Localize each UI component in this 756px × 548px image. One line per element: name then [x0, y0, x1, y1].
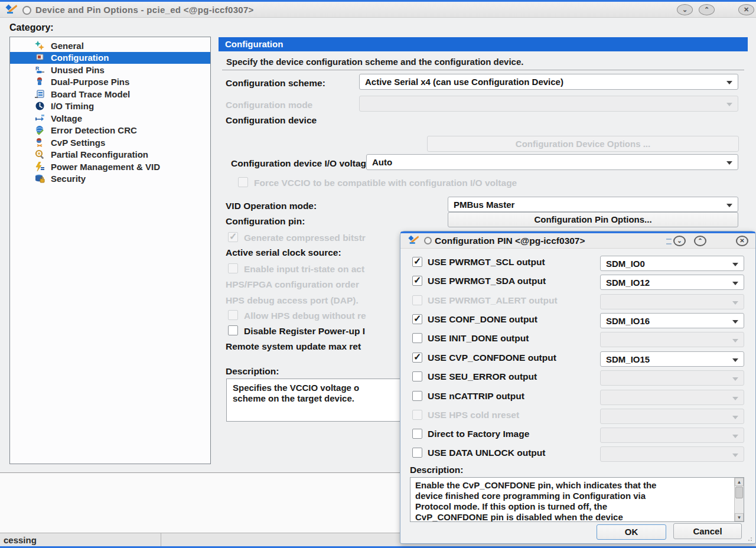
sidebar-item-dual-purpose-pins[interactable]: Dual-Purpose Pins	[10, 76, 210, 89]
chevron-down-icon	[732, 397, 738, 400]
shade-window-icon[interactable]: ⌄	[673, 236, 686, 246]
use-pwrmgt-sda-checkbox[interactable]: ✓	[412, 276, 422, 286]
dual-purpose-pins-icon	[35, 77, 45, 87]
use-init-done-checkbox[interactable]	[412, 333, 422, 343]
sidebar-item-cvp-settings[interactable]: CvP Settings	[10, 136, 210, 149]
use-conf-done-checkbox[interactable]: ✓	[412, 314, 422, 324]
voltage-icon	[35, 113, 45, 123]
description-scrollbar[interactable]: ▲ ▼	[734, 478, 744, 521]
chevron-down-icon	[732, 339, 738, 342]
conf-done-dropdown[interactable]: SDM_IO16	[600, 313, 744, 328]
scrollbar-thumb[interactable]	[735, 487, 743, 498]
cancel-button[interactable]: Cancel	[673, 523, 742, 539]
sidebar-item-label: Error Detection CRC	[51, 125, 137, 135]
sidebar-item-power-management-vid[interactable]: Power Management & VID	[10, 161, 210, 173]
close-window-icon[interactable]: ✕	[738, 4, 754, 15]
use-data-unlock-label: USE DATA UNLOCK output	[428, 448, 545, 458]
io-timing-icon	[35, 101, 45, 111]
unused-pins-icon: R	[35, 65, 45, 75]
configuration-icon	[35, 53, 45, 63]
sidebar-item-label: Voltage	[51, 113, 82, 123]
pin-description-label: Description:	[410, 465, 463, 475]
use-pwrmgt-sda-label: USE PWRMGT_SDA output	[428, 276, 546, 286]
chevron-down-icon	[732, 377, 738, 381]
checkmark-icon: ✓	[413, 256, 421, 267]
use-pwrmgt-scl-checkbox[interactable]: ✓	[412, 257, 422, 267]
status-bar-divider	[161, 533, 161, 547]
active-serial-clock-label: Active serial clock source:	[226, 247, 341, 258]
use-pwrmgt-alert-label: USE PWRMGT_ALERT output	[428, 295, 558, 306]
configuration-scheme-label: Configuration scheme:	[226, 78, 325, 89]
configuration-device-section-label: Configuration device	[226, 115, 317, 126]
sidebar-item-voltage[interactable]: Voltage	[10, 112, 210, 125]
chevron-down-icon	[732, 435, 738, 438]
sidebar-item-security[interactable]: Security	[10, 173, 210, 185]
use-seu-error-label: USE SEU_ERROR output	[428, 371, 537, 382]
use-pwrmgt-alert-checkbox	[412, 295, 422, 305]
io-voltage-label: Configuration device I/O voltage:	[231, 158, 374, 169]
svg-text:R: R	[35, 66, 40, 71]
dialog-menu-icon[interactable]	[22, 6, 31, 15]
error-detection-crc-icon	[35, 125, 45, 135]
use-cvp-confdone-checkbox[interactable]: ✓	[412, 353, 422, 363]
sidebar-item-general[interactable]: General	[10, 40, 210, 52]
sidebar-item-partial-reconfiguration[interactable]: Partial Reconfiguration	[10, 149, 210, 161]
panel-header: Configuration	[219, 37, 748, 51]
pin-description-text: Enable the CvP_CONFDONE pin, which indic…	[410, 478, 734, 521]
pin-dialog-titlebar[interactable]: Configuration PIN <@pg-iccf0307> ⌄ ⌃ ✕	[400, 233, 755, 249]
sidebar-item-label: Configuration	[51, 53, 109, 63]
configuration-mode-label: Configuration mode	[226, 100, 312, 110]
pwrmgt-scl-dropdown[interactable]: SDM_IO0	[600, 256, 744, 271]
shade-window-icon[interactable]: ⌄	[677, 4, 693, 15]
configuration-pin-dialog: Configuration PIN <@pg-iccf0307> ⌄ ⌃ ✕ ✓…	[400, 231, 756, 544]
ok-button[interactable]: OK	[597, 524, 666, 540]
seu-error-dropdown	[600, 370, 744, 386]
io-voltage-dropdown[interactable]: Auto	[366, 154, 738, 170]
generate-compressed-checkbox: ✓	[228, 232, 238, 242]
configuration-pin-label: Configuration pin:	[226, 216, 305, 227]
use-data-unlock-checkbox[interactable]	[412, 448, 422, 458]
quartus-logo-icon	[5, 4, 18, 15]
dialog-menu-icon[interactable]	[424, 237, 432, 244]
partial-reconfiguration-icon	[35, 149, 45, 159]
sidebar-item-io-timing[interactable]: I/O Timing	[10, 100, 210, 113]
chevron-down-icon	[732, 416, 738, 419]
direct-to-factory-image-label: Direct to Factory Image	[428, 429, 529, 439]
configuration-scheme-value: Active Serial x4 (can use Configuration …	[365, 77, 563, 87]
sidebar-item-label: Power Management & VID	[51, 162, 160, 172]
sidebar-item-board-trace-model[interactable]: Board Trace Model	[10, 88, 210, 100]
configuration-pin-options-button[interactable]: Configuration Pin Options...	[448, 212, 738, 227]
close-window-icon[interactable]: ✕	[736, 236, 748, 246]
checkmark-icon: ✓	[229, 231, 237, 242]
chevron-down-icon	[726, 204, 732, 207]
rollup-window-icon[interactable]: ⌃	[699, 4, 715, 15]
board-trace-model-icon	[35, 89, 45, 99]
sidebar-item-unused-pins[interactable]: R Unused Pins	[10, 64, 210, 76]
disable-register-powerup-checkbox[interactable]	[228, 325, 238, 335]
sidebar-item-configuration[interactable]: Configuration	[10, 52, 210, 64]
scroll-down-icon[interactable]: ▼	[735, 513, 744, 521]
cvp-confdone-dropdown[interactable]: SDM_IO15	[600, 351, 744, 367]
category-list: General Configuration R Unused Pins	[9, 37, 211, 464]
pwrmgt-sda-dropdown[interactable]: SDM_IO12	[600, 275, 744, 290]
checkmark-icon: ✓	[413, 275, 421, 286]
sidebar-item-error-detection-crc[interactable]: Error Detection CRC	[10, 125, 210, 137]
cvp-confdone-value: SDM_IO15	[606, 354, 650, 364]
vid-operation-mode-dropdown[interactable]: PMBus Master	[448, 197, 738, 212]
resize-grip[interactable]	[748, 536, 754, 542]
chevron-down-icon	[726, 103, 732, 106]
screen: Device and Pin Options - pcie_ed <@pg-ic…	[0, 0, 756, 548]
sidebar-item-label: CvP Settings	[51, 138, 105, 148]
use-cvp-confdone-label: USE CVP_CONFDONE output	[428, 353, 556, 363]
processing-tab[interactable]: cessing	[4, 535, 37, 545]
main-titlebar[interactable]: Device and Pin Options - pcie_ed <@pg-ic…	[0, 2, 756, 18]
sidebar-item-label: Unused Pins	[51, 65, 105, 75]
configuration-scheme-dropdown[interactable]: Active Serial x4 (can use Configuration …	[359, 74, 738, 90]
use-ncattrip-checkbox[interactable]	[412, 391, 422, 401]
use-seu-error-checkbox[interactable]	[412, 371, 422, 381]
vid-operation-mode-value: PMBus Master	[454, 200, 514, 210]
direct-to-factory-image-checkbox[interactable]	[412, 429, 422, 439]
rollup-window-icon[interactable]: ⌃	[694, 236, 706, 246]
scroll-up-icon[interactable]: ▲	[735, 478, 744, 486]
disable-register-powerup-label: Disable Register Power-up I	[244, 326, 365, 337]
